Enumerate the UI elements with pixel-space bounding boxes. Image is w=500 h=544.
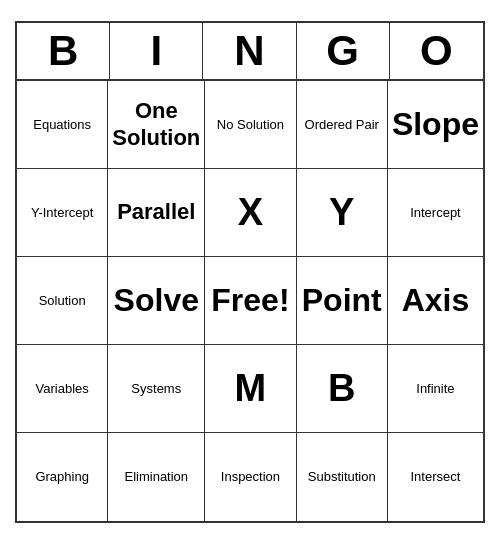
- header-letter: G: [297, 23, 390, 79]
- bingo-cell: Elimination: [108, 433, 205, 521]
- cell-text: Intersect: [411, 469, 461, 485]
- bingo-cell: Graphing: [17, 433, 108, 521]
- bingo-cell: B: [297, 345, 388, 433]
- cell-text: Variables: [36, 381, 89, 397]
- cell-text: Y: [329, 190, 354, 236]
- bingo-cell: Intersect: [388, 433, 483, 521]
- bingo-cell: Inspection: [205, 433, 296, 521]
- cell-text: B: [328, 366, 355, 412]
- cell-text: Substitution: [308, 469, 376, 485]
- bingo-cell: One Solution: [108, 81, 205, 169]
- bingo-cell: Systems: [108, 345, 205, 433]
- cell-text: Axis: [402, 281, 470, 319]
- bingo-cell: Ordered Pair: [297, 81, 388, 169]
- cell-text: Inspection: [221, 469, 280, 485]
- cell-text: M: [235, 366, 267, 412]
- cell-text: Solve: [114, 281, 199, 319]
- cell-text: One Solution: [112, 98, 200, 151]
- cell-text: Elimination: [124, 469, 188, 485]
- bingo-cell: Slope: [388, 81, 483, 169]
- bingo-cell: Y: [297, 169, 388, 257]
- bingo-cell: Infinite: [388, 345, 483, 433]
- bingo-cell: Equations: [17, 81, 108, 169]
- bingo-cell: Solve: [108, 257, 205, 345]
- bingo-cell: Intercept: [388, 169, 483, 257]
- header-letter: B: [17, 23, 110, 79]
- bingo-header: BINGO: [17, 23, 483, 81]
- header-letter: O: [390, 23, 483, 79]
- bingo-cell: Y-Intercept: [17, 169, 108, 257]
- cell-text: Systems: [131, 381, 181, 397]
- cell-text: Point: [302, 281, 382, 319]
- cell-text: Solution: [39, 293, 86, 309]
- cell-text: Intercept: [410, 205, 461, 221]
- cell-text: Equations: [33, 117, 91, 133]
- bingo-cell: Axis: [388, 257, 483, 345]
- cell-text: No Solution: [217, 117, 284, 133]
- bingo-cell: Solution: [17, 257, 108, 345]
- bingo-card: BINGO EquationsOne SolutionNo SolutionOr…: [15, 21, 485, 523]
- cell-text: Infinite: [416, 381, 454, 397]
- bingo-cell: Substitution: [297, 433, 388, 521]
- cell-text: Ordered Pair: [305, 117, 379, 133]
- bingo-cell: Free!: [205, 257, 296, 345]
- header-letter: N: [203, 23, 296, 79]
- bingo-cell: Parallel: [108, 169, 205, 257]
- cell-text: X: [238, 190, 263, 236]
- bingo-cell: Point: [297, 257, 388, 345]
- bingo-cell: X: [205, 169, 296, 257]
- cell-text: Parallel: [117, 199, 195, 225]
- cell-text: Slope: [392, 105, 479, 143]
- header-letter: I: [110, 23, 203, 79]
- cell-text: Graphing: [35, 469, 88, 485]
- bingo-grid: EquationsOne SolutionNo SolutionOrdered …: [17, 81, 483, 521]
- bingo-cell: Variables: [17, 345, 108, 433]
- bingo-cell: M: [205, 345, 296, 433]
- cell-text: Free!: [211, 281, 289, 319]
- bingo-cell: No Solution: [205, 81, 296, 169]
- cell-text: Y-Intercept: [31, 205, 93, 221]
